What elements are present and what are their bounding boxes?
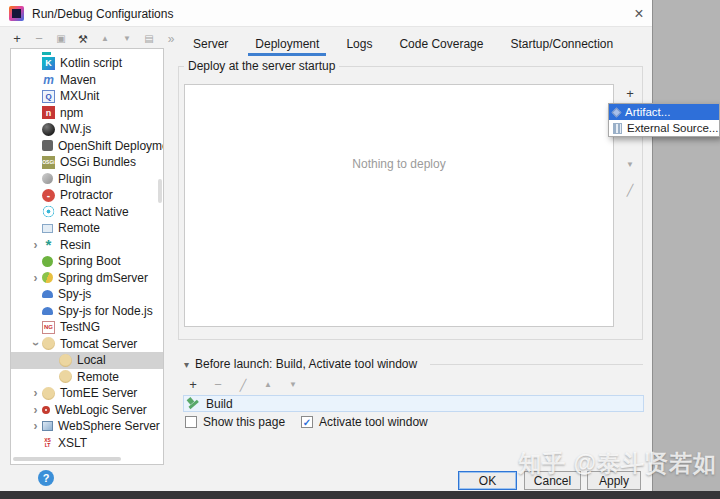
titlebar: Run/Debug Configurations ×: [0, 0, 652, 27]
maven-icon: m: [42, 73, 55, 86]
chevron-collapsed-icon[interactable]: ›: [29, 403, 42, 417]
move-up-icon[interactable]: ▲: [261, 378, 275, 392]
tree-item-label: Resin: [60, 238, 91, 252]
tree-item-testng[interactable]: NGTestNG: [11, 319, 163, 336]
tree-item-mxunit[interactable]: QMXUnit: [11, 88, 163, 105]
tree-item-local[interactable]: Local: [11, 352, 163, 369]
add-icon[interactable]: +: [186, 378, 200, 392]
tree-item-protractor[interactable]: -Protractor: [11, 187, 163, 204]
tab-server[interactable]: Server: [186, 33, 235, 56]
tree-item-label: Maven: [60, 73, 96, 87]
run-debug-configurations-dialog: Run/Debug Configurations × +−▣⚒▲▼▤» KKot…: [0, 0, 653, 491]
chevron-collapsed-icon[interactable]: ›: [29, 386, 42, 400]
checkbox-show-this-page[interactable]: Show this page: [185, 415, 285, 429]
edit-defaults-wrench-icon[interactable]: ⚒: [76, 32, 90, 46]
checkbox-unchecked-icon[interactable]: [185, 416, 197, 428]
move-down-icon[interactable]: ▼: [286, 378, 300, 392]
tree-item-spring-dmserver[interactable]: ›Spring dmServer: [11, 270, 163, 287]
checkbox-checked-icon[interactable]: ✓: [301, 416, 313, 428]
tree-item-remote[interactable]: Remote: [11, 369, 163, 386]
ok-button[interactable]: OK: [458, 471, 517, 490]
chevron-collapsed-icon[interactable]: ›: [29, 419, 42, 433]
tree-item-remote[interactable]: Remote: [11, 220, 163, 237]
chevron-expanded-icon[interactable]: ›: [29, 337, 43, 350]
protractor-icon: -: [42, 189, 55, 202]
tree-item-nw-js[interactable]: NW.js: [11, 121, 163, 138]
empty-state-text: Nothing to deploy: [185, 157, 613, 171]
popup-item-artifact[interactable]: Artifact...: [609, 104, 719, 120]
mxunit-icon: Q: [42, 90, 55, 103]
tree-item-plugin[interactable]: Plugin: [11, 171, 163, 188]
edit-icon[interactable]: ╱: [623, 183, 637, 197]
spring-dmserver-icon: [42, 272, 53, 283]
react-native-icon: [42, 205, 55, 218]
tree-item-weblogic-server[interactable]: ›WebLogic Server: [11, 402, 163, 419]
move-up-icon[interactable]: ▲: [98, 32, 112, 46]
build-hammer-icon: [187, 397, 200, 410]
horizontal-scrollbar[interactable]: [13, 457, 121, 461]
tree-item-react-native[interactable]: React Native: [11, 204, 163, 221]
checkbox-activate-tool-window[interactable]: ✓Activate tool window: [301, 415, 428, 429]
tree-item-label: React Native: [60, 205, 129, 219]
tree-item-spring-boot[interactable]: Spring Boot: [11, 253, 163, 270]
remove-icon[interactable]: −: [211, 378, 225, 392]
artifact-icon: [612, 107, 622, 117]
tree-item-label: XSLT: [58, 436, 87, 450]
npm-icon: n: [42, 106, 55, 119]
popup-item-external-source[interactable]: External Source...: [609, 120, 719, 136]
add-icon[interactable]: +: [10, 32, 24, 46]
testng-icon: NG: [42, 321, 55, 334]
create-folder-icon[interactable]: ▤: [142, 32, 156, 46]
tree-item-openshift-deployment[interactable]: OpenShift Deployment: [11, 138, 163, 155]
collapse-arrow-icon[interactable]: ▾: [184, 359, 189, 370]
before-launch-toolbar: +−╱▲▼: [186, 378, 300, 392]
build-task-label: Build: [206, 397, 233, 411]
tree-item-maven[interactable]: mMaven: [11, 72, 163, 89]
remove-icon[interactable]: −: [32, 32, 46, 46]
before-launch-header[interactable]: ▾ Before launch: Build, Activate tool wi…: [184, 357, 417, 371]
tree-item-spy-js-for-node-js[interactable]: Spy-js for Node.js: [11, 303, 163, 320]
edit-icon[interactable]: ╱: [236, 378, 250, 392]
tree-item-label: Spring Boot: [58, 254, 121, 268]
build-task-row[interactable]: Build: [183, 395, 644, 412]
tree-item-label: Tomcat Server: [60, 337, 137, 351]
websphere-icon: [42, 421, 53, 431]
tree-item-websphere-server[interactable]: ›WebSphere Server: [11, 418, 163, 435]
tomcat-icon: [42, 337, 55, 350]
show-more-icon[interactable]: »: [164, 32, 178, 46]
tree-item-label: TomEE Server: [60, 386, 137, 400]
tree-item-xslt[interactable]: XS LTXSLT: [11, 435, 163, 452]
external-source-icon: [613, 123, 622, 134]
vertical-scrollbar[interactable]: [158, 179, 162, 203]
tree-item-npm[interactable]: nnpm: [11, 105, 163, 122]
tomcat-icon: [59, 370, 72, 383]
tab-deployment[interactable]: Deployment: [248, 33, 326, 56]
tree-item-tomee-server[interactable]: ›TomEE Server: [11, 385, 163, 402]
deploy-list[interactable]: Nothing to deploy: [184, 84, 614, 327]
tab-startup-connection[interactable]: Startup/Connection: [503, 33, 620, 56]
tree-item-label: Remote: [77, 370, 119, 384]
close-icon[interactable]: ×: [628, 4, 650, 24]
move-down-icon[interactable]: ▼: [623, 158, 637, 172]
tree-item-label: Kotlin script: [60, 56, 122, 70]
watermark-text: 知乎 @泰斗贤若如: [518, 448, 717, 479]
xslt-icon: XS LT: [42, 437, 53, 448]
copy-icon[interactable]: ▣: [54, 32, 68, 46]
tab-logs[interactable]: Logs: [339, 33, 379, 56]
tree-item-label: MXUnit: [60, 89, 99, 103]
tree-item-spy-js[interactable]: Spy-js: [11, 286, 163, 303]
tree-item-resin[interactable]: ›*Resin: [11, 237, 163, 254]
add-icon[interactable]: +: [623, 87, 637, 101]
tree-item-kotlin-script[interactable]: KKotlin script: [11, 55, 163, 72]
move-down-icon[interactable]: ▼: [120, 32, 134, 46]
remote-icon: [42, 224, 53, 233]
chevron-collapsed-icon[interactable]: ›: [29, 271, 42, 285]
chevron-collapsed-icon[interactable]: ›: [29, 238, 42, 252]
tab-bar: ServerDeploymentLogsCode CoverageStartup…: [186, 33, 633, 56]
help-button[interactable]: ?: [38, 470, 54, 486]
partial-icon: [42, 52, 51, 55]
tree-item-osgi-bundles[interactable]: OSGiOSGi Bundles: [11, 154, 163, 171]
tree-item-tomcat-server[interactable]: ›Tomcat Server: [11, 336, 163, 353]
tab-code-coverage[interactable]: Code Coverage: [392, 33, 490, 56]
tree-item-label: OSGi Bundles: [60, 155, 136, 169]
